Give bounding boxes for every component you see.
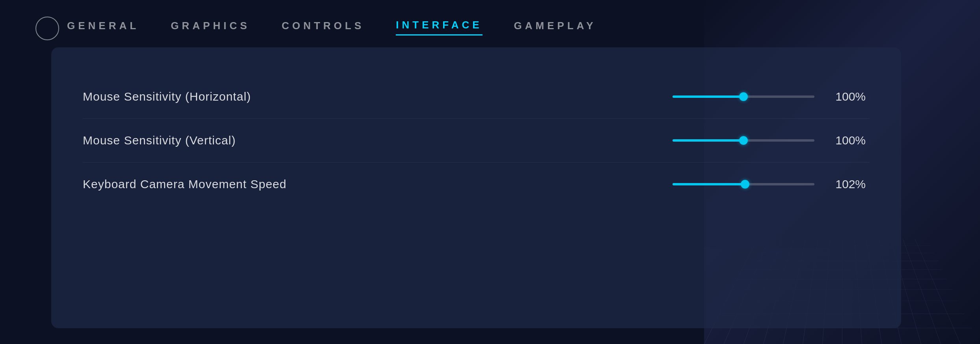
setting-row-keyboard-camera-speed: Keyboard Camera Movement Speed102% — [83, 163, 870, 206]
back-button[interactable] — [35, 17, 59, 40]
setting-control-keyboard-camera-speed: 102% — [673, 178, 870, 191]
vertical-settings-label — [0, 0, 32, 344]
setting-label-mouse-sensitivity-vertical: Mouse Sensitivity (Vertical) — [83, 134, 236, 147]
setting-value-mouse-sensitivity-horizontal: 100% — [830, 90, 866, 103]
nav-item-controls[interactable]: CONTROLS — [281, 17, 364, 35]
setting-label-mouse-sensitivity-horizontal: Mouse Sensitivity (Horizontal) — [83, 90, 251, 103]
setting-row-mouse-sensitivity-vertical: Mouse Sensitivity (Vertical)100% — [83, 119, 870, 163]
nav-item-gameplay[interactable]: GAMEPLAY — [514, 17, 596, 35]
nav-item-general[interactable]: GENERAL — [67, 17, 139, 35]
setting-label-keyboard-camera-speed: Keyboard Camera Movement Speed — [83, 178, 287, 191]
setting-row-mouse-sensitivity-horizontal: Mouse Sensitivity (Horizontal)100% — [83, 75, 870, 119]
nav-item-graphics[interactable]: GRAPHICS — [171, 17, 250, 35]
setting-control-mouse-sensitivity-horizontal: 100% — [673, 90, 870, 103]
nav-item-interface[interactable]: INTERFACE — [396, 16, 482, 36]
settings-panel: Mouse Sensitivity (Horizontal)100%Mouse … — [51, 47, 901, 328]
setting-value-mouse-sensitivity-vertical: 100% — [830, 134, 866, 147]
slider-container-mouse-sensitivity-vertical — [673, 139, 814, 142]
setting-value-keyboard-camera-speed: 102% — [830, 178, 866, 191]
slider-container-mouse-sensitivity-horizontal — [673, 95, 814, 98]
top-navigation: GENERALGRAPHICSCONTROLSINTERFACEGAMEPLAY — [67, 0, 980, 51]
slider-container-keyboard-camera-speed — [673, 183, 814, 186]
setting-control-mouse-sensitivity-vertical: 100% — [673, 134, 870, 147]
